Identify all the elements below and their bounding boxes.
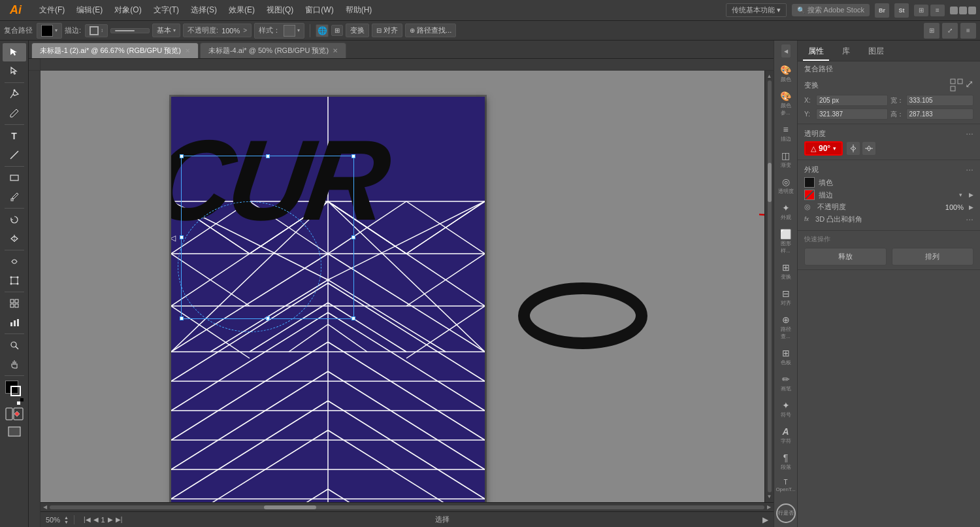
rect-tool[interactable] xyxy=(3,169,26,187)
style-control[interactable]: 样式： ▾ xyxy=(254,23,304,39)
menu-text[interactable]: 文字(T) xyxy=(148,2,184,18)
h-value[interactable]: 287.183 xyxy=(906,109,974,120)
line-tool[interactable] xyxy=(3,146,26,164)
horizontal-scrollbar[interactable]: ◀ ▶ xyxy=(41,502,774,511)
menu-view[interactable]: 视图(Q) xyxy=(261,2,299,18)
tab-layers[interactable]: 图层 xyxy=(863,43,889,61)
stroke-panel-btn[interactable]: ≡ 描边 xyxy=(776,121,796,146)
arrange-icon[interactable]: ≡ xyxy=(930,5,945,16)
sel-handle-br[interactable] xyxy=(351,316,355,320)
direct-select-tool[interactable] xyxy=(3,62,26,80)
panel-collapse-btn[interactable]: ◀ xyxy=(781,44,791,58)
reset-colors-icon[interactable] xyxy=(17,398,24,404)
symbols-panel-btn[interactable]: ✦ 符号 xyxy=(776,397,796,422)
win-close-btn[interactable] xyxy=(968,7,976,14)
pathfinder-btn[interactable]: ⊕ 路径查找... xyxy=(405,24,456,37)
arrange-btn[interactable]: 排列 xyxy=(892,248,974,265)
tab-2-close[interactable]: ✕ xyxy=(333,47,338,54)
screen-mode-icon[interactable] xyxy=(3,424,26,439)
menu-window[interactable]: 窗口(W) xyxy=(300,2,338,18)
eyedropper-tool[interactable] xyxy=(3,188,26,206)
menu-select[interactable]: 选择(S) xyxy=(186,2,222,18)
brushes-panel-btn[interactable]: ✏ 画笔 xyxy=(776,371,796,396)
symbol-tool[interactable] xyxy=(3,294,26,313)
selection-tool[interactable] xyxy=(3,43,26,61)
canvas-scroll[interactable]: CUR xyxy=(41,71,764,502)
align-btn[interactable]: ⊟ 对齐 xyxy=(372,24,402,37)
page-right[interactable]: ▶ xyxy=(108,516,113,523)
zoom-tool[interactable] xyxy=(3,336,26,354)
warp-tool[interactable] xyxy=(3,252,26,271)
menu-help[interactable]: 帮助(H) xyxy=(340,2,378,18)
sel-handle-bl[interactable] xyxy=(180,316,184,320)
expand-icon[interactable]: ⤢ xyxy=(942,23,958,39)
arrange-right-icon[interactable]: ⊞ xyxy=(924,23,939,39)
stroke-swatch-tool[interactable] xyxy=(10,386,21,396)
workspace-label[interactable]: 传统基本功能 ▾ xyxy=(726,3,787,17)
swatches-panel-btn[interactable]: ⊞ 色板 xyxy=(776,345,796,369)
y-value[interactable]: 321.387 xyxy=(816,109,888,120)
stroke-width-control[interactable] xyxy=(110,28,150,33)
transform-btn[interactable]: 变换 xyxy=(346,24,369,37)
bridge-icon[interactable]: Br xyxy=(875,3,889,18)
hscroll-track[interactable] xyxy=(50,505,764,509)
transparency-panel-btn[interactable]: ◎ 透明度 xyxy=(776,173,796,198)
menu-object[interactable]: 对象(O) xyxy=(109,2,146,18)
gradient-panel-btn[interactable]: ◫ 渐变 xyxy=(776,147,796,172)
stroke-color-control[interactable]: ↕ xyxy=(85,24,108,37)
page-left[interactable]: ◀ xyxy=(93,516,99,523)
flip-v-btn[interactable] xyxy=(862,142,875,155)
transform-panel-btn[interactable]: ⊞ 变换 xyxy=(776,259,796,284)
play-icon[interactable]: ▶ xyxy=(762,515,768,524)
pencil-tool[interactable] xyxy=(3,104,26,122)
globe-icon[interactable]: 🌐 xyxy=(316,24,329,37)
free-transform-tool[interactable] xyxy=(3,271,26,290)
3d-more-btn[interactable]: ··· xyxy=(966,214,973,224)
win-maximize-btn[interactable] xyxy=(959,7,967,14)
paragraph-panel-btn[interactable]: ¶ 段落 xyxy=(776,449,796,474)
menu-effect[interactable]: 效果(E) xyxy=(223,2,260,18)
angle-control[interactable]: △ 90° ▾ xyxy=(804,141,843,156)
tab-1-close[interactable]: ✕ xyxy=(185,47,190,54)
fill-color-swatch-panel[interactable] xyxy=(804,177,815,188)
hand-tool[interactable] xyxy=(3,355,26,373)
vscroll-track[interactable] xyxy=(768,80,772,492)
menu-edit[interactable]: 编辑(E) xyxy=(71,2,108,18)
page-next[interactable]: ▶| xyxy=(116,516,123,523)
transparency-more-btn[interactable]: ··· xyxy=(966,128,973,139)
zoom-control[interactable]: 50% ▲ ▼ xyxy=(46,515,70,524)
appearance-more-btn[interactable]: ··· xyxy=(966,164,973,175)
pathfinder-panel-btn[interactable]: ⊕ 路径查... xyxy=(776,311,796,343)
color-guide-panel-btn[interactable]: 🎨 颜色参... xyxy=(776,88,796,120)
stroke-expand-btn[interactable]: ▾ xyxy=(959,192,962,198)
win-minimize-btn[interactable] xyxy=(950,7,958,14)
w-value[interactable]: 333.105 xyxy=(906,95,974,106)
align-panel-btn[interactable]: ⊟ 对齐 xyxy=(776,285,796,310)
selection-mode-btn[interactable]: ⊞ xyxy=(331,25,343,36)
tab-file-2[interactable]: 未标题-4.ai* @ 50% (RGB/GPU 预览) ✕ xyxy=(200,42,346,58)
stroke-profile-control[interactable]: 基本 ▾ xyxy=(152,24,180,37)
color-swatches[interactable] xyxy=(3,381,26,404)
scroll-right-arrow[interactable]: ▶ xyxy=(767,504,771,510)
character-panel-btn[interactable]: A 字符 xyxy=(776,423,796,448)
page-prev[interactable]: |◀ xyxy=(84,516,91,523)
tab-properties[interactable]: 属性 xyxy=(803,43,829,61)
rotate-tool[interactable] xyxy=(3,211,26,229)
fill-swatch-control[interactable]: ▾ xyxy=(37,23,62,39)
search-stock-bar[interactable]: 🔍 搜索 Adobe Stock xyxy=(792,4,870,16)
stock-icon[interactable]: St xyxy=(894,3,909,18)
sel-handle-bm[interactable] xyxy=(266,316,270,320)
transform-resize-icon[interactable]: ⤢ xyxy=(965,78,973,92)
tab-file-1[interactable]: 未标题-1 (2).ai* @ 66.67% (RGB/GPU 预览) ✕ xyxy=(31,42,199,58)
type-tool[interactable]: T xyxy=(3,127,26,145)
opentype-panel-btn[interactable]: T OpenT... xyxy=(776,475,796,496)
watermark-circle[interactable]: 行是否 xyxy=(776,503,796,523)
opacity-expand-btn[interactable]: ▶ xyxy=(969,204,973,211)
hscroll-thumb[interactable] xyxy=(264,505,316,509)
release-btn[interactable]: 释放 xyxy=(804,248,887,265)
graph-tool[interactable] xyxy=(3,313,26,332)
angle-dropdown[interactable]: ▾ xyxy=(833,145,836,152)
opacity-control[interactable]: 不透明度: 100% > xyxy=(183,24,252,37)
pen-tool[interactable] xyxy=(3,85,26,103)
scroll-left-arrow[interactable]: ◀ xyxy=(43,504,47,510)
